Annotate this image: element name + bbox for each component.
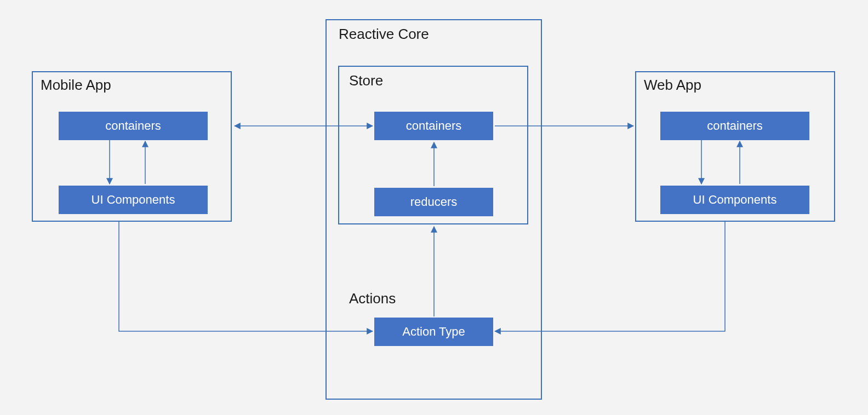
diagram-canvas: Mobile App containers UI Components Reac… [0,0,868,415]
store-containers-slab: containers [374,112,493,140]
store-reducers-slab: reducers [374,188,493,216]
action-type-slab: Action Type [374,318,493,346]
mobile-app-title: Mobile App [41,77,111,94]
store-reducers-label: reducers [410,195,458,209]
store-title: Store [349,72,383,89]
mobile-ui-label: UI Components [92,193,175,207]
mobile-containers-slab: containers [59,112,208,140]
mobile-ui-slab: UI Components [59,186,208,214]
web-ui-slab: UI Components [660,186,809,214]
web-ui-label: UI Components [693,193,777,207]
action-type-label: Action Type [402,325,465,339]
mobile-containers-label: containers [105,119,161,133]
store-containers-label: containers [406,119,462,133]
actions-title: Actions [349,290,396,307]
web-containers-label: containers [707,119,763,133]
web-app-title: Web App [644,77,701,94]
reactive-core-title: Reactive Core [339,26,429,43]
web-containers-slab: containers [660,112,809,140]
